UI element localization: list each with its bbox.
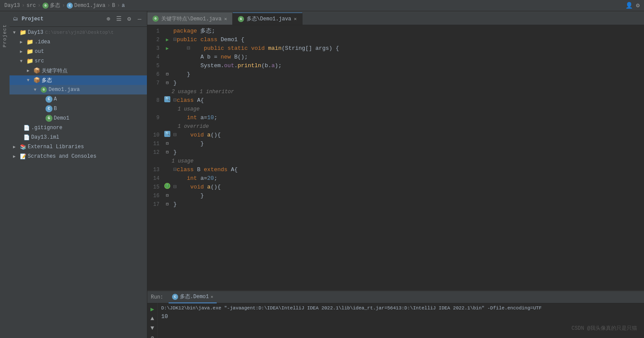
fold-btn-12[interactable]: ⊟	[166, 148, 169, 157]
fold-btn-6[interactable]: ⊟	[166, 70, 169, 79]
tab1-label: 关键字特点\Demo1.java	[161, 15, 221, 23]
hint-line-1usage: 1 usage	[147, 105, 644, 114]
folder-icon-idea: 📁	[26, 39, 34, 46]
gutter-16: ⊟	[163, 192, 172, 200]
line-num-7: 7	[147, 79, 163, 88]
tree-item-idea[interactable]: ▶ 📁 .idea	[10, 37, 147, 47]
line-num-11: 11	[147, 140, 163, 148]
code-line-9: 9 int a=10;	[147, 114, 644, 122]
tree-item-src[interactable]: ▼ 📁 src	[10, 56, 147, 66]
line-num-13: 13	[147, 166, 163, 174]
line-content-5: System.out.println(b.a);	[172, 62, 644, 70]
settings-icon[interactable]: ⚙	[636, 2, 640, 9]
package-icon-poly: 📦	[33, 77, 41, 84]
scroll-down-btn[interactable]: ▼	[149, 324, 156, 332]
tree-item-classB[interactable]: C B	[10, 104, 147, 114]
breadcrumb-day13[interactable]: Day13	[4, 3, 20, 9]
folder-icon-src: 📁	[26, 58, 34, 65]
code-editor[interactable]: 1 package 多态; 2 ▶ ⊟public class Demo1 { …	[147, 25, 644, 290]
line-content-9: int a=10;	[172, 114, 644, 122]
sidebar-icon-1[interactable]: ⊕	[104, 15, 112, 23]
sidebar-header: 🗂 Project ⊕ ☰ ⚙ —	[10, 11, 147, 27]
tree-item-poly[interactable]: ▼ 📦 多态	[10, 75, 147, 85]
user-icon[interactable]: 👤	[625, 2, 633, 9]
line-num-4: 4	[147, 53, 163, 62]
tree-item-classDemo1[interactable]: G Demo1	[10, 114, 147, 123]
run-play-btn[interactable]: ▶	[149, 305, 156, 313]
gutter-11: ⊟	[163, 140, 172, 148]
line-num-16: 16	[147, 192, 163, 200]
sidebar-icon-2[interactable]: ☰	[115, 15, 123, 23]
editor-container: G 关键字特点\Demo1.java ✕ G 多态\Demo1.java ✕ 1…	[147, 11, 644, 338]
tree-item-day13[interactable]: ▼ 📁 Day13 C:\Users\yjn28\Desktop\t	[10, 28, 147, 37]
tree-item-day13iml[interactable]: 📄 Day13.iml	[10, 133, 147, 142]
label-extlibs: External Libraries	[28, 144, 84, 150]
hint-line-1override: 1 override	[147, 122, 644, 131]
folder-icon-out: 📁	[26, 48, 34, 55]
tab1-icon: G	[153, 16, 159, 22]
label-out: out	[35, 49, 44, 55]
fold-btn-16[interactable]: ⊟	[166, 192, 169, 200]
tree-item-classA[interactable]: C A	[10, 94, 147, 104]
tree-item-scratches[interactable]: ▶ 📝 Scratches and Consoles	[10, 152, 147, 161]
code-line-1: 1 package 多态;	[147, 27, 644, 36]
sep2: ›	[38, 3, 41, 9]
tab1-close[interactable]: ✕	[224, 16, 227, 22]
bottom-output: D:\JDK12\bin\java.exe "-javaagent:D:\IDE…	[158, 303, 644, 338]
run-tab-demo1[interactable]: C 多态.Demo1 ✕	[169, 291, 217, 303]
label-day13iml: Day13.iml	[31, 134, 59, 140]
code-line-5: 5 System.out.println(b.a);	[147, 62, 644, 70]
line-content-7: }	[172, 79, 644, 88]
label-classDemo1: Demo1	[54, 115, 69, 121]
line-num-17: 17	[147, 200, 163, 209]
line-num-1: 1	[147, 27, 163, 36]
run-btn-3[interactable]: ▶	[166, 44, 169, 53]
run-btn-2[interactable]: ▶	[166, 36, 169, 44]
arrow-scratches: ▶	[13, 154, 19, 159]
tree-item-demo1java[interactable]: ▼ G Demo1.java	[10, 85, 147, 94]
tree-item-keyword[interactable]: ▶ 📦 关键字特点	[10, 66, 147, 75]
arrow-extlibs: ▶	[13, 144, 19, 150]
sidebar-icon-3[interactable]: ⚙	[125, 15, 133, 23]
hint-1usage2-text: 1 usage	[172, 158, 193, 164]
line-content-12: }	[172, 148, 644, 157]
line-content-14: int a=20;	[172, 174, 644, 183]
tree-item-out[interactable]: ▶ 📁 out	[10, 47, 147, 56]
arrow-day13: ▼	[13, 30, 19, 35]
fold-btn-7[interactable]: ⊟	[166, 79, 169, 88]
folder-icon-day13: 📁	[19, 29, 27, 36]
label-idea: .idea	[35, 39, 50, 45]
tree-item-extlibs[interactable]: ▶ 📚 External Libraries	[10, 142, 147, 152]
day13-path: C:\Users\yjn28\Desktop\t	[45, 30, 114, 35]
settings-run-btn[interactable]: ⚙	[149, 334, 156, 338]
fold-btn-17[interactable]: ⊟	[166, 200, 169, 209]
run-label: Run:	[151, 294, 163, 300]
run-tab-close[interactable]: ✕	[211, 294, 213, 299]
line-num-10: 10	[147, 131, 163, 140]
line-content-11: }	[172, 140, 644, 148]
tab2-close[interactable]: ✕	[294, 16, 297, 22]
project-strip: Project	[0, 11, 10, 338]
tree-item-gitignore[interactable]: 📄 .gitignore	[10, 123, 147, 133]
code-line-14: 14 int a=20;	[147, 174, 644, 183]
fold-btn-11[interactable]: ⊟	[166, 140, 169, 148]
breadcrumb-B[interactable]: B	[112, 3, 115, 9]
sidebar-icon-4[interactable]: —	[136, 15, 143, 23]
line-content-16: }	[172, 192, 644, 200]
line-num-12: 12	[147, 148, 163, 157]
code-line-17: 17 ⊟ }	[147, 200, 644, 209]
line-num-2: 2	[147, 36, 163, 44]
breadcrumb-file[interactable]: G 多态	[42, 2, 60, 9]
classDemo1-icon: G	[45, 115, 53, 122]
scroll-up-btn[interactable]: ▲	[149, 315, 156, 322]
project-strip-label[interactable]: Project	[2, 24, 7, 47]
breadcrumb-a: a	[122, 3, 125, 9]
line-num-14: 14	[147, 174, 163, 183]
tab-poly[interactable]: G 多态\Demo1.java ✕	[233, 13, 302, 25]
tab-keyword[interactable]: G 关键字特点\Demo1.java ✕	[147, 13, 233, 25]
arrow-idea: ▶	[20, 39, 26, 45]
code-line-15: 15 ↑ ⊟ void a(){	[147, 183, 644, 192]
label-src: src	[35, 58, 44, 64]
breadcrumb-src[interactable]: src	[26, 3, 36, 9]
breadcrumb-class[interactable]: C Demo1.java	[67, 3, 105, 9]
